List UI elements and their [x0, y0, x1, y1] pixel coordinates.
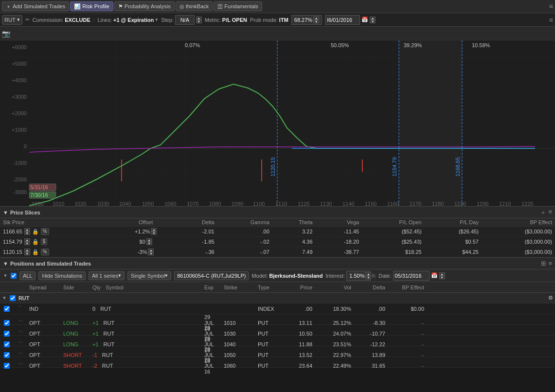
prob-down[interactable]: ▼: [313, 20, 319, 23]
step-stepper[interactable]: ▲ ▼: [196, 17, 202, 23]
thinkback-btn[interactable]: ◎ thinkBack: [176, 1, 213, 11]
prob-stepper[interactable]: ▲ ▼: [313, 17, 319, 23]
dollar-btn-2[interactable]: $: [41, 238, 48, 245]
row-delta-1: -8.30: [353, 320, 387, 326]
svg-text:7/30/16: 7/30/16: [30, 192, 48, 198]
lines-label: Lines:: [98, 17, 112, 23]
row-qty-symbol-1: +1 RUT: [90, 320, 202, 326]
row-check-5[interactable]: [0, 363, 14, 369]
pos-date-input[interactable]: [393, 271, 430, 281]
row-type-2: PUT: [256, 331, 285, 337]
ps-offset-stepper-3[interactable]: ▲ ▼: [148, 249, 154, 255]
ps-offset-stepper-1[interactable]: ▲ ▼: [151, 228, 157, 235]
row-check-4[interactable]: [0, 352, 14, 358]
fundamentals-btn[interactable]: ⚿ Fundamentals: [214, 1, 262, 11]
add-slice-btn[interactable]: ＋: [540, 208, 546, 217]
date-down[interactable]: ▼: [370, 20, 376, 23]
svg-text:1180: 1180: [432, 201, 444, 207]
pos-date-stepper[interactable]: ▲ ▼: [439, 272, 445, 279]
row-spread-4: OPT: [27, 352, 61, 358]
slice-menu-btn[interactable]: ≡: [548, 208, 552, 217]
pos-all-checkbox[interactable]: [11, 273, 17, 279]
pos-expand-arrow[interactable]: ▼: [3, 273, 8, 278]
symbol-selector[interactable]: RUT ▾: [2, 15, 22, 25]
interest-item: Interest: 1.50% ▲ ▼ ⎘: [325, 271, 376, 281]
date-up[interactable]: ▲: [370, 17, 376, 20]
step-input[interactable]: [175, 15, 195, 25]
prob-up[interactable]: ▲: [313, 17, 319, 20]
ps-row-2: 1154.79 ▲ ▼ 🔒 $ $0 ▲ ▼: [0, 237, 555, 247]
prob-percent: 68.27%: [294, 17, 312, 23]
ps-price-stepper-1[interactable]: ▲ ▼: [24, 228, 30, 235]
probmode-item: Prob mode: ITM: [250, 17, 288, 23]
step-down[interactable]: ▼: [196, 20, 202, 23]
lines-value[interactable]: +1 @ Expiration: [113, 17, 154, 23]
ps-offset-1: +1.2%: [135, 229, 150, 234]
row-check-2[interactable]: [0, 331, 14, 337]
pct-btn-1[interactable]: %: [41, 228, 49, 235]
step-up[interactable]: ▲: [196, 17, 202, 20]
th-exp: Exp: [202, 285, 222, 290]
pos-symbol-display[interactable]: 861006054-C (RUT,Jul29LP): [174, 271, 249, 280]
pct-btn-3[interactable]: %: [41, 249, 49, 255]
pencil-icon[interactable]: ✏: [25, 17, 30, 23]
svg-text:1010: 1010: [53, 201, 64, 207]
hide-simulations-btn[interactable]: Hide Simulations: [38, 271, 86, 280]
probability-analysis-btn[interactable]: ⚑ Probability Analysis: [114, 1, 175, 11]
row-side-4: SHORT: [61, 352, 90, 358]
second-toolbar: RUT ▾ ✏ Commission: EXCLUDE | Lines: +1 …: [0, 13, 555, 27]
all-series-btn[interactable]: All 1 series ▾: [89, 271, 125, 280]
row-exp-5: 29 JUL 16: [202, 357, 222, 374]
rut-gear-icon[interactable]: ⚙: [548, 295, 553, 301]
th-qty-symbol: QtySymbol: [90, 285, 202, 290]
ps-delta-2: -1.85: [202, 239, 215, 245]
positions-settings-icon[interactable]: ≡: [548, 260, 552, 267]
svg-text:1130: 1130: [320, 201, 332, 207]
row-type-3: PUT: [256, 341, 285, 347]
ps-th-gamma: Gamma: [217, 218, 272, 227]
date-stepper[interactable]: ▲ ▼: [370, 17, 376, 23]
row-spread-0: IND: [27, 306, 61, 312]
ps-row-1: 1168.65 ▲ ▼ 🔒 % +1.2% ▲ ▼: [0, 227, 555, 237]
settings-icon[interactable]: ≡: [549, 16, 553, 24]
positions-menu-icon[interactable]: ⊞: [541, 260, 546, 267]
date-input[interactable]: [325, 15, 360, 25]
positions-header[interactable]: ▼ Positions and Simulated Trades ⊞ ≡: [0, 258, 555, 269]
row-bp-4: –: [387, 352, 426, 358]
positions-arrow: ▼: [3, 261, 8, 267]
pos-data-row-2: ⌒ OPT LONG +1 RUT 29 JUL 16 1030 PUT 10.…: [0, 325, 555, 336]
ps-th-plopen: P/L Open: [362, 218, 425, 227]
risk-profile-icon: 📊: [74, 3, 81, 10]
rut-checkbox[interactable]: [10, 295, 16, 301]
pos-all-label[interactable]: ALL: [19, 271, 36, 280]
probmode-value: ITM: [279, 17, 288, 23]
single-symbol-btn[interactable]: Single Symbol ▾: [127, 271, 171, 280]
row-curve-1: ⌒: [14, 320, 27, 327]
ps-offset-stepper-2[interactable]: ▲ ▼: [146, 238, 152, 245]
row-check-0[interactable]: [0, 306, 14, 312]
row-price-0: .00: [285, 306, 314, 312]
svg-text:10.58%: 10.58%: [472, 42, 490, 48]
interest-stepper[interactable]: ▲ ▼: [365, 272, 371, 279]
svg-text:1080: 1080: [209, 201, 221, 207]
ps-vega-3: -38.77: [344, 249, 359, 255]
positions-actions: ⊞ ≡: [541, 260, 552, 267]
ps-price-stepper-2[interactable]: ▲ ▼: [24, 238, 30, 245]
add-simulated-trades-btn[interactable]: ＋ Add Simulated Trades: [2, 1, 69, 11]
row-check-3[interactable]: [0, 341, 14, 347]
copy-icon[interactable]: ⎘: [372, 273, 376, 279]
camera-icon[interactable]: 📷: [2, 30, 10, 37]
svg-text:1050: 1050: [142, 201, 154, 207]
row-check-1[interactable]: [0, 320, 14, 326]
risk-profile-btn[interactable]: 📊 Risk Profile: [70, 1, 113, 11]
svg-text:0.07%: 0.07%: [185, 42, 200, 48]
price-slices-header[interactable]: ▼ Price Slices ＋ ≡: [0, 207, 555, 218]
toolbar-menu-icon[interactable]: ≡: [549, 2, 553, 10]
ps-price-stepper-3[interactable]: ▲ ▼: [24, 249, 30, 255]
add-simulated-trades-label: Add Simulated Trades: [13, 3, 65, 9]
calendar-icon[interactable]: 📅: [361, 17, 368, 23]
pos-calendar-icon[interactable]: 📅: [431, 272, 438, 279]
row-spread-3: OPT: [27, 341, 61, 347]
ps-theta-3: 7.49: [302, 249, 312, 255]
rut-expand[interactable]: ▼: [2, 295, 7, 301]
